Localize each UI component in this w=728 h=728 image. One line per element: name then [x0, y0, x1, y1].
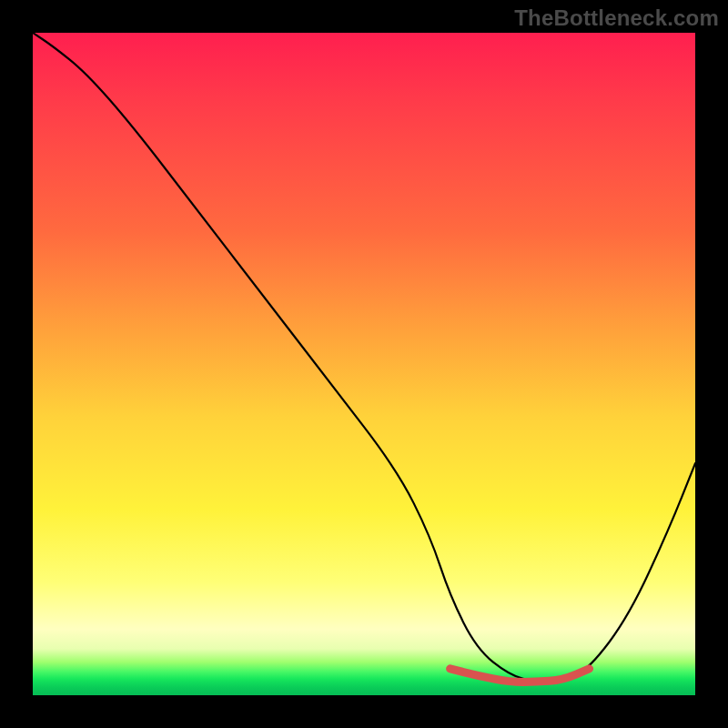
curve-svg	[33, 33, 695, 695]
bottleneck-curve	[33, 33, 695, 682]
optimal-range-highlight	[450, 669, 590, 682]
chart-frame: TheBottleneck.com	[0, 0, 728, 728]
watermark-text: TheBottleneck.com	[514, 5, 719, 31]
plot-area	[33, 33, 695, 695]
